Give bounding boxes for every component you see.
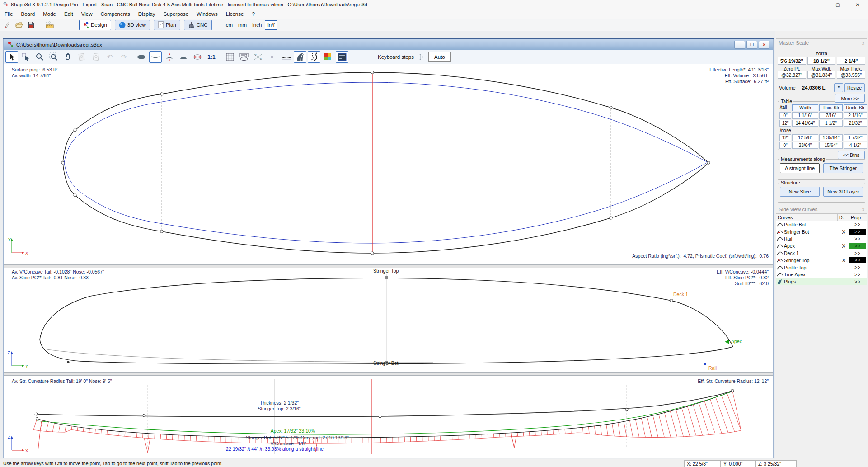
tail-row1-pos[interactable]: 12" (779, 120, 791, 127)
wireframe-tool[interactable] (191, 51, 204, 63)
move-cross-icon[interactable] (417, 53, 424, 61)
grid-tool[interactable] (224, 51, 236, 63)
unit-mm[interactable]: mm (236, 22, 249, 28)
maximize-button[interactable]: ▢ (828, 0, 848, 9)
auto-button[interactable]: Auto (428, 52, 451, 62)
curve-row-rail[interactable]: Rail >> (776, 236, 867, 243)
fin-tool[interactable] (294, 51, 306, 63)
menu-mode[interactable]: Mode (39, 9, 60, 19)
properties-panel-tool[interactable] (336, 51, 348, 63)
outline-view-canvas[interactable]: Surface proj.: 6.53 ft² Av. width: 14 7/… (4, 64, 773, 264)
paste-slice-tool[interactable] (89, 51, 102, 63)
design-mode-button[interactable]: Design (79, 20, 111, 30)
scale-1-1-button[interactable]: 1:1 (205, 51, 218, 63)
unit-cm[interactable]: cm (224, 22, 235, 28)
close-button[interactable]: ✕ (848, 0, 868, 9)
doc-restore-button[interactable]: ❐ (746, 41, 757, 49)
zoom-tool[interactable] (33, 51, 46, 63)
curve-row-plugs[interactable]: Plugs >> (776, 278, 867, 285)
resize-button[interactable]: Resize (844, 83, 865, 92)
board-name[interactable]: zorra (776, 51, 867, 56)
rocker-tool[interactable] (280, 51, 292, 63)
prop-button[interactable]: >> (849, 229, 866, 235)
plan-button[interactable]: Plan (154, 20, 180, 30)
tail-row1-width[interactable]: 14 41/64" (792, 120, 818, 127)
max-thck-value[interactable]: @33.555" (837, 71, 865, 79)
nose-row0-thic[interactable]: 1 35/64" (819, 134, 843, 141)
dimensions-tool[interactable] (238, 51, 250, 63)
copy-slice-tool[interactable] (75, 51, 88, 63)
redo-icon[interactable]: ↷ (117, 51, 130, 63)
menu-license[interactable]: License (222, 9, 248, 19)
prop-button[interactable]: >> (849, 264, 866, 270)
curves-panel-close-icon[interactable]: x (862, 207, 864, 212)
view-splitter-1[interactable] (4, 264, 773, 268)
nose-row1-pos[interactable]: 0" (779, 142, 791, 149)
curve-row-stringer-bot[interactable]: Stringer Bot X >> (776, 228, 867, 236)
tail-row0-width[interactable]: 1 1/16" (792, 112, 818, 119)
zoom-area-tool[interactable] (47, 51, 60, 63)
profile-view-tool[interactable] (149, 51, 162, 63)
menu-file[interactable]: File (0, 9, 17, 19)
menu-superpose[interactable]: Superpose (159, 9, 192, 19)
board-thickness-value[interactable]: 2 1/4" (837, 57, 865, 65)
curve-row-deck1[interactable]: Deck 1 >> (776, 250, 867, 257)
curve-row-profile-bot[interactable]: Profile Bot >> (776, 221, 867, 228)
guidelines-tool[interactable]: xx (252, 51, 264, 63)
pen-tool-icon[interactable] (0, 20, 13, 30)
rail-label[interactable]: Rail (708, 365, 717, 371)
ruler-icon[interactable] (43, 20, 56, 30)
board-length-value[interactable]: 5'6 19/32" (778, 57, 806, 65)
col-thic-header[interactable]: Thic. Str (819, 104, 843, 111)
menu-help[interactable]: ? (248, 9, 258, 19)
prop-button[interactable]: >> (849, 243, 866, 249)
minimize-button[interactable]: — (808, 0, 828, 9)
doc-minimize-button[interactable]: — (734, 41, 745, 49)
tail-row1-rock[interactable]: 21/32" (844, 120, 867, 127)
select-tool[interactable] (5, 51, 18, 63)
board-width-value[interactable]: 18 1/2" (807, 57, 836, 65)
curve-row-profile-top[interactable]: Profile Top >> (776, 264, 867, 271)
outline-view-tool[interactable] (135, 51, 148, 63)
prop-button[interactable]: >> (849, 257, 866, 263)
straight-line-button[interactable]: A straight line (780, 163, 820, 173)
max-wdt-value[interactable]: @31.834" (807, 71, 836, 79)
col-rock-header[interactable]: Rock. Str (844, 104, 867, 111)
nose-row0-rock[interactable]: 1 7/32" (844, 134, 867, 141)
pan-hand-tool[interactable] (61, 51, 74, 63)
apex-label[interactable]: Apex (731, 339, 742, 344)
profile-view-canvas[interactable]: Av. V/Concave Tail: -0.1028" Nose: -0.05… (4, 268, 773, 372)
nose-row1-thic[interactable]: 15/64" (819, 142, 843, 149)
nose-row1-rock[interactable]: 4 1/2" (844, 142, 867, 149)
col-width-header[interactable]: Width (792, 104, 818, 111)
btns-toggle-button[interactable]: << Btns (838, 151, 865, 159)
prop-button[interactable]: >> (849, 250, 866, 256)
tail-row0-rock[interactable]: 2 1/16" (844, 112, 867, 119)
prop-button[interactable]: >> (849, 272, 866, 278)
select-copy-tool[interactable] (19, 51, 32, 63)
tail-row0-pos[interactable]: 0" (779, 112, 791, 119)
curve-row-stringer-top[interactable]: Stringer Top X >> (776, 257, 867, 264)
curve-row-apex[interactable]: Apex X >> (776, 242, 867, 250)
menu-display[interactable]: Display (134, 9, 160, 19)
cnc-button[interactable]: CNC (184, 20, 212, 30)
master-scale-close-icon[interactable]: x (862, 41, 864, 46)
menu-board[interactable]: Board (17, 9, 39, 19)
prop-button[interactable]: >> (849, 279, 866, 285)
3d-view-button[interactable]: 3D view (115, 20, 150, 30)
new-slice-button[interactable]: New Slice (780, 187, 820, 197)
unit-inch[interactable]: inch (250, 22, 264, 28)
star-button[interactable]: * (834, 83, 843, 92)
nose-row0-width[interactable]: 12 5/8" (792, 134, 818, 141)
curvature-tool[interactable] (308, 51, 320, 63)
the-stringer-button[interactable]: The Stringer (823, 163, 863, 173)
curvature-view-canvas[interactable]: Av. Str. Curvature Radius Tail: 19' 0" N… (4, 376, 773, 458)
curve-row-true-apex[interactable]: True Apex >> (776, 271, 867, 278)
axes-cross-tool[interactable] (266, 51, 278, 63)
doc-close-button[interactable]: ✕ (759, 41, 769, 49)
colors-tool[interactable] (322, 51, 334, 63)
save-file-icon[interactable] (25, 20, 37, 30)
more-button[interactable]: More >> (835, 94, 865, 103)
nose-row0-pos[interactable]: 12" (779, 134, 791, 141)
zero-pt-value[interactable]: @32.827" (778, 71, 806, 79)
